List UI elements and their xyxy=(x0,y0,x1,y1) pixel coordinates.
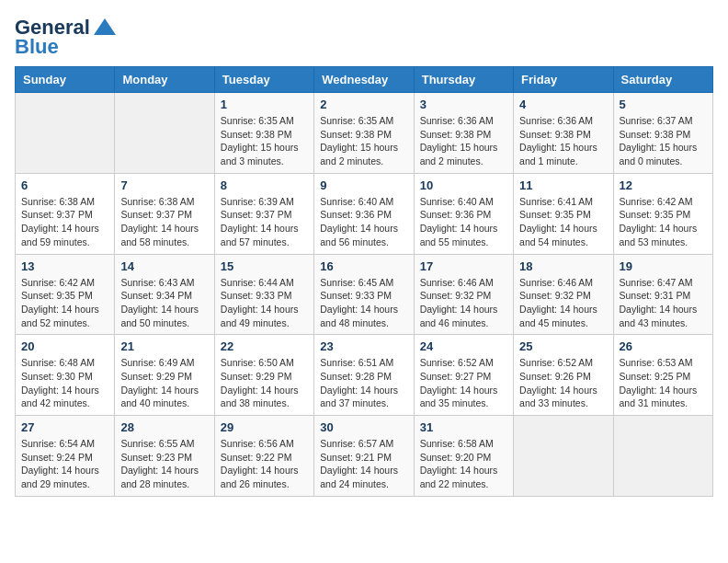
cell-info: Sunrise: 6:48 AMSunset: 9:30 PMDaylight:… xyxy=(21,356,108,410)
day-number: 30 xyxy=(320,420,407,434)
calendar-cell: 6Sunrise: 6:38 AMSunset: 9:37 PMDaylight… xyxy=(16,173,115,254)
calendar-cell xyxy=(613,416,712,497)
calendar-week-row: 1Sunrise: 6:35 AMSunset: 9:38 PMDaylight… xyxy=(16,93,713,174)
day-number: 14 xyxy=(120,259,208,273)
calendar-cell: 3Sunrise: 6:36 AMSunset: 9:38 PMDaylight… xyxy=(414,93,513,174)
cell-info: Sunrise: 6:54 AMSunset: 9:24 PMDaylight:… xyxy=(21,437,108,491)
day-number: 15 xyxy=(221,259,308,273)
calendar-cell: 29Sunrise: 6:56 AMSunset: 9:22 PMDayligh… xyxy=(214,416,313,497)
calendar-cell: 26Sunrise: 6:53 AMSunset: 9:25 PMDayligh… xyxy=(613,335,712,416)
svg-marker-0 xyxy=(94,18,116,35)
calendar-header-row: SundayMondayTuesdayWednesdayThursdayFrid… xyxy=(16,67,713,93)
weekday-header-monday: Monday xyxy=(115,67,214,93)
cell-info: Sunrise: 6:35 AMSunset: 9:38 PMDaylight:… xyxy=(320,114,407,168)
logo-icon xyxy=(92,15,118,40)
day-number: 1 xyxy=(221,98,308,111)
calendar-cell: 30Sunrise: 6:57 AMSunset: 9:21 PMDayligh… xyxy=(314,416,414,497)
cell-info: Sunrise: 6:46 AMSunset: 9:32 PMDaylight:… xyxy=(519,276,607,330)
day-number: 11 xyxy=(519,178,607,192)
calendar-week-row: 20Sunrise: 6:48 AMSunset: 9:30 PMDayligh… xyxy=(16,335,713,416)
day-number: 22 xyxy=(221,339,308,353)
calendar-cell: 2Sunrise: 6:35 AMSunset: 9:38 PMDaylight… xyxy=(314,93,414,174)
calendar-cell: 13Sunrise: 6:42 AMSunset: 9:35 PMDayligh… xyxy=(16,254,115,335)
weekday-header-friday: Friday xyxy=(514,67,613,93)
calendar-cell: 18Sunrise: 6:46 AMSunset: 9:32 PMDayligh… xyxy=(514,254,613,335)
cell-info: Sunrise: 6:58 AMSunset: 9:20 PMDaylight:… xyxy=(420,437,507,491)
calendar-week-row: 13Sunrise: 6:42 AMSunset: 9:35 PMDayligh… xyxy=(16,254,713,335)
calendar-cell: 1Sunrise: 6:35 AMSunset: 9:38 PMDaylight… xyxy=(214,93,313,174)
day-number: 17 xyxy=(420,259,507,273)
cell-info: Sunrise: 6:55 AMSunset: 9:23 PMDaylight:… xyxy=(120,437,208,491)
cell-info: Sunrise: 6:37 AMSunset: 9:38 PMDaylight:… xyxy=(620,114,707,168)
calendar-cell: 24Sunrise: 6:52 AMSunset: 9:27 PMDayligh… xyxy=(414,335,513,416)
cell-info: Sunrise: 6:40 AMSunset: 9:36 PMDaylight:… xyxy=(320,195,407,249)
calendar-cell: 22Sunrise: 6:50 AMSunset: 9:29 PMDayligh… xyxy=(214,335,313,416)
calendar-cell: 21Sunrise: 6:49 AMSunset: 9:29 PMDayligh… xyxy=(115,335,214,416)
cell-info: Sunrise: 6:44 AMSunset: 9:33 PMDaylight:… xyxy=(221,276,308,330)
calendar-cell: 16Sunrise: 6:45 AMSunset: 9:33 PMDayligh… xyxy=(314,254,414,335)
cell-info: Sunrise: 6:56 AMSunset: 9:22 PMDaylight:… xyxy=(221,437,308,491)
day-number: 25 xyxy=(519,339,607,353)
weekday-header-saturday: Saturday xyxy=(613,67,712,93)
day-number: 19 xyxy=(620,259,707,273)
calendar-cell: 25Sunrise: 6:52 AMSunset: 9:26 PMDayligh… xyxy=(514,335,613,416)
day-number: 27 xyxy=(21,420,108,434)
cell-info: Sunrise: 6:36 AMSunset: 9:38 PMDaylight:… xyxy=(519,114,607,168)
day-number: 16 xyxy=(320,259,407,273)
calendar-cell: 23Sunrise: 6:51 AMSunset: 9:28 PMDayligh… xyxy=(314,335,414,416)
cell-info: Sunrise: 6:52 AMSunset: 9:27 PMDaylight:… xyxy=(420,356,507,410)
cell-info: Sunrise: 6:57 AMSunset: 9:21 PMDaylight:… xyxy=(320,437,407,491)
calendar-cell xyxy=(16,93,115,174)
calendar-cell: 17Sunrise: 6:46 AMSunset: 9:32 PMDayligh… xyxy=(414,254,513,335)
day-number: 8 xyxy=(221,178,308,192)
day-number: 31 xyxy=(420,420,507,434)
day-number: 4 xyxy=(519,98,607,111)
cell-info: Sunrise: 6:41 AMSunset: 9:35 PMDaylight:… xyxy=(519,195,607,249)
weekday-header-wednesday: Wednesday xyxy=(314,67,414,93)
cell-info: Sunrise: 6:49 AMSunset: 9:29 PMDaylight:… xyxy=(120,356,208,410)
day-number: 9 xyxy=(320,178,407,192)
cell-info: Sunrise: 6:42 AMSunset: 9:35 PMDaylight:… xyxy=(21,276,108,330)
calendar-cell: 14Sunrise: 6:43 AMSunset: 9:34 PMDayligh… xyxy=(115,254,214,335)
calendar-cell: 7Sunrise: 6:38 AMSunset: 9:37 PMDaylight… xyxy=(115,173,214,254)
cell-info: Sunrise: 6:38 AMSunset: 9:37 PMDaylight:… xyxy=(21,195,108,249)
calendar-cell: 20Sunrise: 6:48 AMSunset: 9:30 PMDayligh… xyxy=(16,335,115,416)
calendar-cell: 27Sunrise: 6:54 AMSunset: 9:24 PMDayligh… xyxy=(16,416,115,497)
day-number: 5 xyxy=(620,98,707,111)
cell-info: Sunrise: 6:43 AMSunset: 9:34 PMDaylight:… xyxy=(120,276,208,330)
cell-info: Sunrise: 6:46 AMSunset: 9:32 PMDaylight:… xyxy=(420,276,507,330)
day-number: 12 xyxy=(620,178,707,192)
day-number: 10 xyxy=(420,178,507,192)
page-header: General Blue xyxy=(15,15,713,59)
calendar-cell: 5Sunrise: 6:37 AMSunset: 9:38 PMDaylight… xyxy=(613,93,712,174)
calendar-cell: 4Sunrise: 6:36 AMSunset: 9:38 PMDaylight… xyxy=(514,93,613,174)
day-number: 26 xyxy=(620,339,707,353)
calendar-cell: 12Sunrise: 6:42 AMSunset: 9:35 PMDayligh… xyxy=(613,173,712,254)
calendar-week-row: 6Sunrise: 6:38 AMSunset: 9:37 PMDaylight… xyxy=(16,173,713,254)
day-number: 6 xyxy=(21,178,108,192)
logo: General Blue xyxy=(15,15,118,59)
calendar-cell xyxy=(115,93,214,174)
day-number: 3 xyxy=(420,98,507,111)
calendar-cell: 15Sunrise: 6:44 AMSunset: 9:33 PMDayligh… xyxy=(214,254,313,335)
cell-info: Sunrise: 6:52 AMSunset: 9:26 PMDaylight:… xyxy=(519,356,607,410)
calendar-table: SundayMondayTuesdayWednesdayThursdayFrid… xyxy=(15,66,713,497)
day-number: 20 xyxy=(21,339,108,353)
cell-info: Sunrise: 6:45 AMSunset: 9:33 PMDaylight:… xyxy=(320,276,407,330)
cell-info: Sunrise: 6:51 AMSunset: 9:28 PMDaylight:… xyxy=(320,356,407,410)
day-number: 7 xyxy=(120,178,208,192)
calendar-cell: 10Sunrise: 6:40 AMSunset: 9:36 PMDayligh… xyxy=(414,173,513,254)
cell-info: Sunrise: 6:40 AMSunset: 9:36 PMDaylight:… xyxy=(420,195,507,249)
day-number: 13 xyxy=(21,259,108,273)
weekday-header-tuesday: Tuesday xyxy=(214,67,313,93)
calendar-cell: 19Sunrise: 6:47 AMSunset: 9:31 PMDayligh… xyxy=(613,254,712,335)
calendar-cell: 9Sunrise: 6:40 AMSunset: 9:36 PMDaylight… xyxy=(314,173,414,254)
cell-info: Sunrise: 6:53 AMSunset: 9:25 PMDaylight:… xyxy=(620,356,707,410)
calendar-cell: 8Sunrise: 6:39 AMSunset: 9:37 PMDaylight… xyxy=(214,173,313,254)
weekday-header-sunday: Sunday xyxy=(16,67,115,93)
day-number: 2 xyxy=(320,98,407,111)
cell-info: Sunrise: 6:47 AMSunset: 9:31 PMDaylight:… xyxy=(620,276,707,330)
day-number: 28 xyxy=(120,420,208,434)
calendar-cell: 11Sunrise: 6:41 AMSunset: 9:35 PMDayligh… xyxy=(514,173,613,254)
day-number: 18 xyxy=(519,259,607,273)
